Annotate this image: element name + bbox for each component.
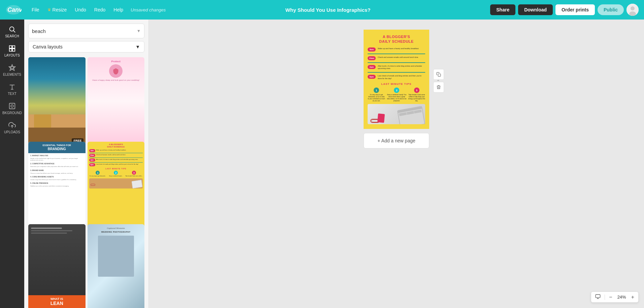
svg-rect-19 xyxy=(438,74,441,77)
zoom-level: 24% xyxy=(616,295,627,300)
tip-num-3: 3 xyxy=(414,88,419,93)
thumbnail-wedding[interactable]: Protect Have a happy sleep and look good… xyxy=(88,57,145,145)
svg-rect-8 xyxy=(12,46,15,48)
undo-menu[interactable]: Undo xyxy=(71,5,89,14)
tip-text-1: It's very easy to get distracted, so try… xyxy=(368,94,385,102)
tip-text-3: Take breaks! Grab some coffee to help ke… xyxy=(408,94,425,102)
svg-point-5 xyxy=(10,27,14,31)
file-menu[interactable]: File xyxy=(28,5,43,14)
svg-rect-9 xyxy=(9,49,12,51)
tip-num-2: 2 xyxy=(394,88,399,93)
svg-rect-20 xyxy=(596,295,600,298)
svg-rect-7 xyxy=(9,46,12,48)
thumbnail-blogger[interactable]: A BLOGGER'SDAILY SCHEDULE 9am Wake up an… xyxy=(88,142,145,230)
header: Canva File ♛ Resize Undo Redo Help Unsav… xyxy=(0,0,644,20)
time-badge-10am: 10am xyxy=(368,56,376,60)
canvas-tool-copy[interactable] xyxy=(433,69,444,80)
canvas-page: A BLOGGER'SDAILY SCHEDULE 9am Wake up an… xyxy=(364,30,429,129)
sidebar-item-layouts[interactable]: LAYOUTS xyxy=(0,41,24,61)
header-center: Why Should You Use Infographics? xyxy=(170,7,486,13)
presentation-button[interactable] xyxy=(594,293,602,301)
tip-text-2: Keep a notebook handy! You never know wh… xyxy=(386,94,407,102)
sidebar-label-uploads: UPLOADS xyxy=(4,130,20,134)
thumbnail-lean[interactable]: WHAT ISLEAN xyxy=(28,224,86,308)
thumbnail-branding[interactable]: ESSENTIAL THINGS FORBRANDING 1. MARKET A… xyxy=(28,142,86,230)
time-badge-6pm: 6pm xyxy=(368,75,376,79)
canvas-area: A BLOGGER'SDAILY SCHEDULE 9am Wake up an… xyxy=(149,20,644,308)
canva-logo[interactable]: Canva xyxy=(5,4,22,15)
svg-rect-16 xyxy=(9,103,15,109)
thumbnail-beach[interactable]: FREE marinwatch.com xyxy=(28,57,86,145)
sidebar-icons: SEARCH LAYOUTS ELEMENTS TEXT xyxy=(0,20,24,308)
sidebar-label-search: SEARCH xyxy=(5,34,19,38)
last-tips-title: LAST MINUTE TIPS xyxy=(368,82,425,85)
main-layout: SEARCH LAYOUTS ELEMENTS TEXT xyxy=(0,20,644,308)
time-badge-2pm: 2pm xyxy=(368,65,376,69)
order-prints-button[interactable]: Order prints xyxy=(555,4,595,15)
svg-point-3 xyxy=(631,6,635,10)
tips-row: 1 It's very easy to get distracted, so t… xyxy=(368,88,425,102)
search-input[interactable] xyxy=(32,28,137,34)
canvas-tool-delete[interactable] xyxy=(433,82,444,93)
resize-menu[interactable]: ♛ Resize xyxy=(44,5,70,14)
header-nav: File ♛ Resize Undo Redo Help Unsaved cha… xyxy=(28,5,166,14)
layout-filter-button[interactable]: Canva layouts ▼ xyxy=(28,41,144,53)
infographic: A BLOGGER'SDAILY SCHEDULE 9am Wake up an… xyxy=(364,30,429,129)
infographic-bottom-image xyxy=(368,104,425,124)
time-badge-9am: 9am xyxy=(368,47,376,52)
sidebar-item-uploads[interactable]: UPLOADS xyxy=(0,118,24,137)
sidebar-label-elements: ELEMENTS xyxy=(3,73,21,76)
time-text-6pm: Last check of emails and blog entries an… xyxy=(378,75,425,80)
svg-text:Canva: Canva xyxy=(7,6,22,13)
timeline-item-10am: 10am Check and answer emails until aroun… xyxy=(368,56,425,60)
thumbnail-grid: FREE marinwatch.com Protect Have a happy… xyxy=(24,56,148,308)
tip-num-1: 1 xyxy=(374,88,379,93)
avatar[interactable] xyxy=(626,4,639,16)
timeline-item-6pm: 6pm Last check of emails and blog entrie… xyxy=(368,75,425,80)
crown-icon: ♛ xyxy=(47,7,51,12)
layout-filter-label: Canva layouts xyxy=(33,44,63,49)
header-actions: Share Download Order prints Public xyxy=(490,4,639,16)
sidebar-label-background: BKGROUND xyxy=(2,111,22,115)
help-menu[interactable]: Help xyxy=(110,5,127,14)
sidebar-item-background[interactable]: BKGROUND xyxy=(0,99,24,118)
add-page-button[interactable]: + Add a new page xyxy=(364,133,429,148)
canvas-tools xyxy=(433,69,444,93)
search-dropdown-arrow[interactable]: ▼ xyxy=(137,29,141,33)
tip-2: 2 Keep a notebook handy! You never know … xyxy=(386,88,407,102)
document-title: Why Should You Use Infographics? xyxy=(285,7,371,13)
sidebar-item-search[interactable]: SEARCH xyxy=(0,22,24,41)
public-button[interactable]: Public xyxy=(598,4,624,15)
infographic-title: A BLOGGER'SDAILY SCHEDULE xyxy=(368,34,425,44)
search-input-wrapper: ▼ xyxy=(28,24,144,38)
svg-point-17 xyxy=(11,105,13,107)
redo-menu[interactable]: Redo xyxy=(91,5,109,14)
download-button[interactable]: Download xyxy=(518,4,553,15)
sidebar-item-elements[interactable]: ELEMENTS xyxy=(0,61,24,80)
sidebar-item-text[interactable]: TEXT xyxy=(0,80,24,99)
tip-3: 3 Take breaks! Grab some coffee to help … xyxy=(408,88,425,102)
tip-1: 1 It's very easy to get distracted, so t… xyxy=(368,88,385,102)
svg-marker-12 xyxy=(9,65,15,70)
thumbnail-photography[interactable]: Captured Moments WEDDING PHOTOGRAPHY xyxy=(88,224,145,308)
svg-line-6 xyxy=(13,31,15,32)
zoom-divider xyxy=(605,295,605,300)
timeline-item-9am: 9am Wake up and have a hearty and health… xyxy=(368,47,425,52)
time-text-2pm: After lunch, it's time to write blog ent… xyxy=(378,65,425,70)
svg-rect-10 xyxy=(12,49,15,51)
filter-dropdown-arrow: ▼ xyxy=(135,44,140,49)
time-text-10am: Check and answer emails until around lun… xyxy=(378,56,418,59)
search-bar: ▼ xyxy=(24,20,148,41)
zoom-in-button[interactable]: + xyxy=(630,294,636,301)
layout-filter: Canva layouts ▼ xyxy=(24,41,148,56)
sidebar-label-layouts: LAYOUTS xyxy=(4,54,20,57)
sidebar-label-text: TEXT xyxy=(8,92,16,96)
unsaved-indicator: Unsaved changes xyxy=(131,7,166,12)
zoom-out-button[interactable]: − xyxy=(608,294,613,301)
timeline-item-2pm: 2pm After lunch, it's time to write blog… xyxy=(368,65,425,70)
time-text-9am: Wake up and have a hearty and healthy br… xyxy=(378,47,419,50)
left-panel: ▼ Canva layouts ▼ FREE marinwatch.com xyxy=(24,20,149,308)
zoom-controls: − 24% + xyxy=(591,292,639,303)
share-button[interactable]: Share xyxy=(490,4,515,15)
